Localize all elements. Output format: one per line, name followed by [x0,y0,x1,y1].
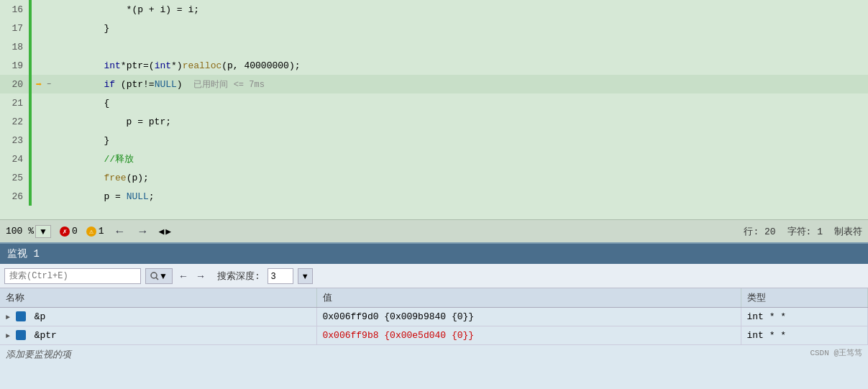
current-arrow-icon: ➡ [36,78,42,91]
code-line-16: 16 *(p + i) = i; [0,0,868,19]
code-line-20: 20 ➡ − if (ptr!=NULL) 已用时间 <= 7ms [0,75,868,93]
zoom-control: 100 % ▼ [6,225,51,238]
error-icon: ✗ [60,226,70,237]
code-line-22: 22 p = ptr; [0,112,868,131]
code-editor: 16 *(p + i) = i; 17 } 18 19 int*ptr=(int… [0,0,868,219]
code-content-26: p = NULL; [53,191,155,202]
green-bar-20 [29,75,32,93]
line-info: 行: 20 [744,225,775,238]
watch-row-p: ► &p 0x006ff9d0 {0x009b9840 {0}} int * * [0,307,868,326]
code-content-25: free(p); [53,173,149,183]
line-num-16: 16 [0,4,29,15]
add-watch-label[interactable]: 添加要监视的项 [0,345,868,364]
watch-row-ptr-name: ► &ptr [0,326,316,344]
col-type: 类型 [741,288,868,307]
code-content-24: //释放 [53,152,134,165]
code-content-23: } [53,135,109,146]
code-content-16: *(p + i) = i; [53,4,199,15]
depth-value-input[interactable] [268,268,293,284]
green-bar-23 [29,131,32,150]
search-icon [150,272,159,280]
status-bar: 100 % ▼ ✗ 0 ⚠ 1 ← → ◀ ▶ 行: 20 字符: 1 制表符 [0,219,868,242]
green-bar-24 [29,150,32,168]
line-num-23: 23 [0,135,29,146]
zoom-dropdown-button[interactable]: ▼ [35,225,51,238]
watch-search-button[interactable]: ▼ [145,268,173,284]
col-info: 字符: 1 [787,225,823,238]
green-bar [29,0,32,19]
depth-label: 搜索深度: [217,270,260,283]
green-bar-18 [29,37,32,56]
code-content-17: } [53,23,109,34]
scroll-left-icon[interactable]: ◀ [159,226,165,237]
green-bar-25 [29,168,32,187]
watch-row-p-value: 0x006ff9d0 {0x009b9840 {0}} [316,307,741,326]
code-content-19: int*ptr=(int*)realloc(p, 40000000); [53,60,300,71]
line-num-24: 24 [0,154,29,165]
warning-count: ⚠ 1 [86,226,104,237]
watch-var-icon-ptr [16,330,26,340]
green-bar-17 [29,19,32,37]
watch-search-input[interactable] [4,268,141,284]
code-line-26: 26 p = NULL; [0,187,868,206]
expand-p-icon[interactable]: ► [6,314,10,321]
watch-p-label: &p [35,311,46,322]
col-value: 值 [316,288,741,307]
collapse-20[interactable]: − [45,81,53,88]
watch-var-icon-p [16,311,26,321]
code-content-20: if (ptr!=NULL) 已用时间 <= 7ms [53,78,265,91]
warning-icon: ⚠ [86,226,96,237]
line-num-22: 22 [0,116,29,127]
code-line-25: 25 free(p); [0,168,868,187]
watch-nav-back[interactable]: ← [177,270,190,282]
code-line-23: 23 } [0,131,868,150]
watch-title-label: 监视 1 [7,247,40,260]
watch-footer: 添加要监视的项 CSDN @王笃笃 [0,345,868,361]
error-count: ✗ 0 [60,226,78,237]
code-line-21: 21 { [0,93,868,112]
line-num-18: 18 [0,42,29,52]
watch-panel: 监视 1 ▼ ← → 搜索深度: ▼ 名称 值 类型 [0,242,868,389]
watch-ptr-label: &ptr [35,330,57,341]
warning-number: 1 [99,226,104,237]
csdn-watermark: CSDN @王笃笃 [810,347,862,358]
watch-nav-forward[interactable]: → [194,270,207,282]
code-content-21: { [53,98,109,109]
code-line-18: 18 [0,37,868,56]
watch-row-ptr: ► &ptr 0x006ff9b8 {0x00e5d040 {0}} int *… [0,326,868,344]
code-line-24: 24 //释放 [0,150,868,168]
watch-table: 名称 值 类型 ► &p 0x006ff9d0 {0x009b9840 {0}}… [0,288,868,345]
col-name: 名称 [0,288,316,307]
watch-toolbar: ▼ ← → 搜索深度: ▼ [0,264,868,288]
nav-back-button[interactable]: ← [113,225,127,238]
watch-ptr-type: int * * [747,330,787,341]
watch-title: 监视 1 [0,244,868,264]
svg-line-1 [156,278,158,280]
expand-ptr-icon[interactable]: ► [6,332,10,340]
svg-point-0 [151,273,157,278]
breakpoint-20: ➡ [33,78,45,91]
green-bar-21 [29,93,32,112]
watch-row-p-name: ► &p [0,307,316,326]
scroll-arrows: ◀ ▶ [159,226,172,237]
line-num-25: 25 [0,173,29,183]
watch-row-p-type: int * * [741,307,868,326]
watch-ptr-value: 0x006ff9b8 {0x00e5d040 {0}} [323,330,475,341]
line-num-21: 21 [0,98,29,109]
depth-dropdown-button[interactable]: ▼ [298,268,313,284]
watch-row-ptr-type: int * * [741,326,868,344]
green-bar-26 [29,187,32,206]
perf-hint: 已用时间 <= 7ms [193,80,264,90]
line-num-20: 20 [0,79,29,90]
watch-table-header: 名称 值 类型 [0,288,868,307]
green-bar-19 [29,56,32,75]
scroll-right-icon[interactable]: ▶ [165,226,171,237]
code-line-17: 17 } [0,19,868,37]
code-line-19: 19 int*ptr=(int*)realloc(p, 40000000); [0,56,868,75]
line-num-26: 26 [0,191,29,202]
watch-p-type: int * * [747,311,787,322]
green-bar-22 [29,112,32,131]
line-num-17: 17 [0,23,29,34]
status-right: 行: 20 字符: 1 制表符 [744,225,862,238]
nav-forward-button[interactable]: → [136,225,150,238]
